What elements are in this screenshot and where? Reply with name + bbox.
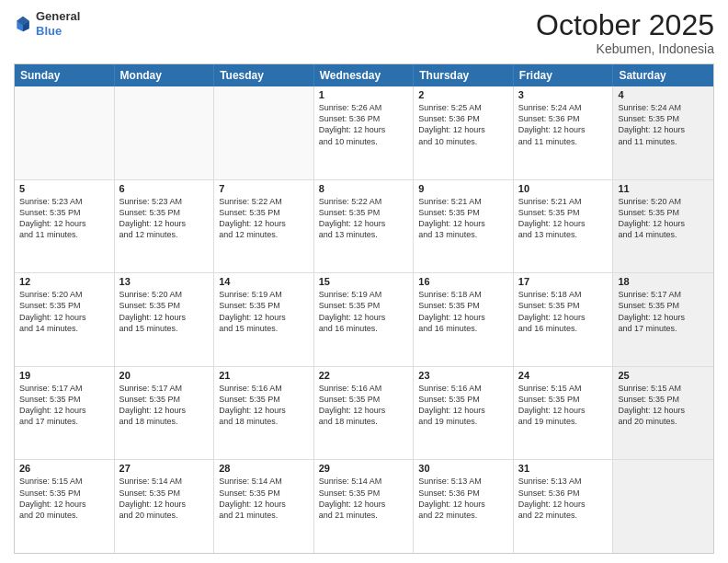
table-row: 14Sunrise: 5:19 AM Sunset: 5:35 PM Dayli… — [214, 273, 314, 366]
table-row: 7Sunrise: 5:22 AM Sunset: 5:35 PM Daylig… — [214, 180, 314, 273]
daylight-hours: Sunrise: 5:15 AM Sunset: 5:35 PM Dayligh… — [518, 383, 609, 428]
day-number: 11 — [618, 183, 709, 194]
table-row: 6Sunrise: 5:23 AM Sunset: 5:35 PM Daylig… — [115, 180, 215, 273]
table-row: 16Sunrise: 5:18 AM Sunset: 5:35 PM Dayli… — [414, 273, 514, 366]
day-number: 31 — [518, 463, 609, 474]
table-row: 18Sunrise: 5:17 AM Sunset: 5:35 PM Dayli… — [613, 273, 713, 366]
logo-blue: Blue — [36, 24, 80, 39]
table-row: 2Sunrise: 5:25 AM Sunset: 5:36 PM Daylig… — [414, 86, 514, 179]
daylight-hours: Sunrise: 5:19 AM Sunset: 5:35 PM Dayligh… — [319, 289, 409, 334]
daylight-hours: Sunrise: 5:23 AM Sunset: 5:35 PM Dayligh… — [19, 196, 109, 241]
table-row: 28Sunrise: 5:14 AM Sunset: 5:35 PM Dayli… — [214, 460, 314, 553]
logo-icon — [14, 15, 32, 33]
day-number: 24 — [518, 370, 609, 381]
calendar-row: 19Sunrise: 5:17 AM Sunset: 5:35 PM Dayli… — [15, 367, 713, 461]
daylight-hours: Sunrise: 5:15 AM Sunset: 5:35 PM Dayligh… — [618, 383, 709, 428]
table-row: 20Sunrise: 5:17 AM Sunset: 5:35 PM Dayli… — [115, 367, 215, 460]
day-number: 1 — [319, 89, 409, 100]
day-number: 27 — [119, 463, 210, 474]
day-number: 30 — [418, 463, 508, 474]
table-row: 19Sunrise: 5:17 AM Sunset: 5:35 PM Dayli… — [15, 367, 115, 460]
daylight-hours: Sunrise: 5:18 AM Sunset: 5:35 PM Dayligh… — [418, 289, 508, 334]
calendar-body: 1Sunrise: 5:26 AM Sunset: 5:36 PM Daylig… — [15, 86, 713, 553]
day-number: 6 — [119, 183, 210, 194]
table-row: 25Sunrise: 5:15 AM Sunset: 5:35 PM Dayli… — [613, 367, 713, 460]
daylight-hours: Sunrise: 5:24 AM Sunset: 5:35 PM Dayligh… — [618, 102, 709, 147]
title-block: October 2025 Kebumen, Indonesia — [536, 9, 714, 56]
day-number: 21 — [219, 370, 309, 381]
daylight-hours: Sunrise: 5:18 AM Sunset: 5:35 PM Dayligh… — [518, 289, 609, 334]
table-row: 29Sunrise: 5:14 AM Sunset: 5:35 PM Dayli… — [314, 460, 415, 553]
logo: General Blue — [14, 9, 80, 38]
location: Kebumen, Indonesia — [536, 41, 714, 56]
daylight-hours: Sunrise: 5:20 AM Sunset: 5:35 PM Dayligh… — [618, 196, 709, 241]
table-row: 4Sunrise: 5:24 AM Sunset: 5:35 PM Daylig… — [613, 86, 713, 179]
daylight-hours: Sunrise: 5:16 AM Sunset: 5:35 PM Dayligh… — [219, 383, 309, 428]
daylight-hours: Sunrise: 5:16 AM Sunset: 5:35 PM Dayligh… — [418, 383, 508, 428]
day-number: 28 — [219, 463, 309, 474]
table-row: 24Sunrise: 5:15 AM Sunset: 5:35 PM Dayli… — [514, 367, 614, 460]
day-number: 26 — [19, 463, 109, 474]
day-number: 5 — [19, 183, 109, 194]
daylight-hours: Sunrise: 5:19 AM Sunset: 5:35 PM Dayligh… — [219, 289, 309, 334]
table-row: 8Sunrise: 5:22 AM Sunset: 5:35 PM Daylig… — [314, 180, 415, 273]
table-row — [214, 86, 314, 179]
day-number: 8 — [319, 183, 409, 194]
table-row: 26Sunrise: 5:15 AM Sunset: 5:35 PM Dayli… — [15, 460, 115, 553]
table-row: 5Sunrise: 5:23 AM Sunset: 5:35 PM Daylig… — [15, 180, 115, 273]
table-row: 9Sunrise: 5:21 AM Sunset: 5:35 PM Daylig… — [414, 180, 514, 273]
header-saturday: Saturday — [613, 64, 713, 86]
day-number: 19 — [19, 370, 109, 381]
daylight-hours: Sunrise: 5:23 AM Sunset: 5:35 PM Dayligh… — [119, 196, 210, 241]
calendar-row: 26Sunrise: 5:15 AM Sunset: 5:35 PM Dayli… — [15, 460, 713, 553]
table-row: 10Sunrise: 5:21 AM Sunset: 5:35 PM Dayli… — [514, 180, 614, 273]
day-number: 12 — [19, 276, 109, 287]
day-number: 17 — [518, 276, 609, 287]
calendar-row: 1Sunrise: 5:26 AM Sunset: 5:36 PM Daylig… — [15, 86, 713, 180]
daylight-hours: Sunrise: 5:14 AM Sunset: 5:35 PM Dayligh… — [219, 476, 309, 521]
day-number: 22 — [319, 370, 409, 381]
logo-general: General — [36, 9, 80, 24]
daylight-hours: Sunrise: 5:22 AM Sunset: 5:35 PM Dayligh… — [319, 196, 409, 241]
calendar-header: Sunday Monday Tuesday Wednesday Thursday… — [15, 64, 713, 86]
table-row — [613, 460, 713, 553]
table-row: 12Sunrise: 5:20 AM Sunset: 5:35 PM Dayli… — [15, 273, 115, 366]
table-row: 31Sunrise: 5:13 AM Sunset: 5:36 PM Dayli… — [514, 460, 614, 553]
daylight-hours: Sunrise: 5:20 AM Sunset: 5:35 PM Dayligh… — [19, 289, 109, 334]
header-friday: Friday — [514, 64, 614, 86]
day-number: 4 — [618, 89, 709, 100]
day-number: 3 — [518, 89, 609, 100]
daylight-hours: Sunrise: 5:26 AM Sunset: 5:36 PM Dayligh… — [319, 102, 409, 147]
logo-text: General Blue — [36, 9, 80, 38]
day-number: 10 — [518, 183, 609, 194]
daylight-hours: Sunrise: 5:16 AM Sunset: 5:35 PM Dayligh… — [319, 383, 409, 428]
table-row: 27Sunrise: 5:14 AM Sunset: 5:35 PM Dayli… — [115, 460, 215, 553]
day-number: 13 — [119, 276, 210, 287]
day-number: 7 — [219, 183, 309, 194]
daylight-hours: Sunrise: 5:15 AM Sunset: 5:35 PM Dayligh… — [19, 476, 109, 521]
table-row: 11Sunrise: 5:20 AM Sunset: 5:35 PM Dayli… — [613, 180, 713, 273]
daylight-hours: Sunrise: 5:14 AM Sunset: 5:35 PM Dayligh… — [319, 476, 409, 521]
table-row: 17Sunrise: 5:18 AM Sunset: 5:35 PM Dayli… — [514, 273, 614, 366]
daylight-hours: Sunrise: 5:17 AM Sunset: 5:35 PM Dayligh… — [618, 289, 709, 334]
daylight-hours: Sunrise: 5:22 AM Sunset: 5:35 PM Dayligh… — [219, 196, 309, 241]
day-number: 16 — [418, 276, 508, 287]
day-number: 25 — [618, 370, 709, 381]
calendar: Sunday Monday Tuesday Wednesday Thursday… — [14, 63, 714, 554]
day-number: 18 — [618, 276, 709, 287]
header-monday: Monday — [115, 64, 215, 86]
calendar-row: 12Sunrise: 5:20 AM Sunset: 5:35 PM Dayli… — [15, 273, 713, 367]
daylight-hours: Sunrise: 5:13 AM Sunset: 5:36 PM Dayligh… — [418, 476, 508, 521]
daylight-hours: Sunrise: 5:20 AM Sunset: 5:35 PM Dayligh… — [119, 289, 210, 334]
daylight-hours: Sunrise: 5:17 AM Sunset: 5:35 PM Dayligh… — [119, 383, 210, 428]
day-number: 2 — [418, 89, 508, 100]
day-number: 9 — [418, 183, 508, 194]
daylight-hours: Sunrise: 5:24 AM Sunset: 5:36 PM Dayligh… — [518, 102, 609, 147]
table-row: 23Sunrise: 5:16 AM Sunset: 5:35 PM Dayli… — [414, 367, 514, 460]
day-number: 15 — [319, 276, 409, 287]
daylight-hours: Sunrise: 5:21 AM Sunset: 5:35 PM Dayligh… — [418, 196, 508, 241]
table-row: 1Sunrise: 5:26 AM Sunset: 5:36 PM Daylig… — [314, 86, 415, 179]
daylight-hours: Sunrise: 5:17 AM Sunset: 5:35 PM Dayligh… — [19, 383, 109, 428]
daylight-hours: Sunrise: 5:25 AM Sunset: 5:36 PM Dayligh… — [418, 102, 508, 147]
page: General Blue October 2025 Kebumen, Indon… — [0, 0, 728, 563]
